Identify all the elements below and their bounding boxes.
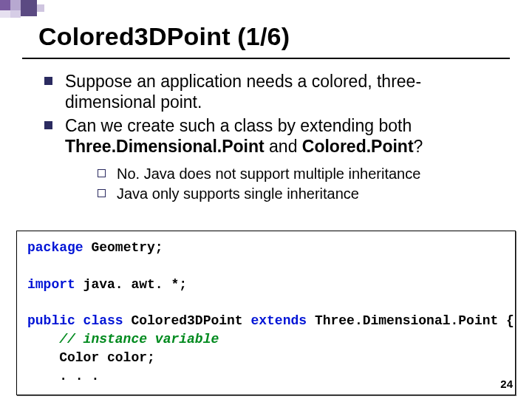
code-text: Color color; (27, 350, 155, 365)
deco-square-icon (37, 4, 44, 12)
bold-class-name: Colored.Point (302, 137, 414, 156)
deco-square-icon (10, 10, 21, 18)
slide: Colored3DPoint (1/6) Suppose an applicat… (0, 0, 532, 399)
sub-bullet-item: No. Java does not support multiple inher… (96, 164, 502, 184)
bullet-text-part: Can we create such a class by extending … (65, 116, 412, 135)
code-keyword: public class (27, 313, 123, 328)
sub-bullet-item: Java only supports single inheritance (96, 184, 502, 204)
code-block: package Geometry; import java. awt. *; p… (16, 231, 516, 395)
bullet-item: Can we create such a class by extending … (40, 115, 502, 204)
bullet-text-part: ? (414, 137, 423, 156)
slide-title: Colored3DPoint (1/6) (38, 22, 290, 51)
bold-class-name: Three.Dimensional.Point (65, 137, 265, 156)
code-text: Colored3DPoint (123, 313, 251, 328)
bullet-list: Suppose an application needs a colored, … (40, 71, 502, 204)
code-keyword: package (27, 240, 83, 255)
deco-square-icon (10, 0, 21, 10)
sub-bullet-list: No. Java does not support multiple inher… (65, 164, 502, 204)
deco-square-icon (0, 0, 10, 10)
code-keyword: extends (250, 313, 307, 328)
title-underline (22, 58, 510, 59)
code-text: . . . (27, 369, 99, 383)
bullet-item: Suppose an application needs a colored, … (40, 71, 502, 112)
code-text: java. awt. *; (75, 277, 187, 292)
deco-square-icon (0, 10, 10, 18)
deco-square-icon (21, 0, 37, 16)
code-comment: // instance variable (27, 332, 219, 347)
sub-bullet-text: Java only supports single inheritance (117, 185, 359, 202)
slide-body: Suppose an application needs a colored, … (40, 71, 502, 207)
sub-bullet-text: No. Java does not support multiple inher… (117, 166, 420, 182)
code-text: Geometry; (83, 240, 163, 255)
code-keyword: import (27, 277, 75, 292)
code-text: Three.Dimensional.Point { (307, 313, 514, 328)
page-number: 24 (500, 378, 513, 390)
corner-decoration (0, 0, 103, 19)
bullet-text-part: and (265, 137, 302, 156)
bullet-text: Suppose an application needs a colored, … (65, 72, 421, 112)
